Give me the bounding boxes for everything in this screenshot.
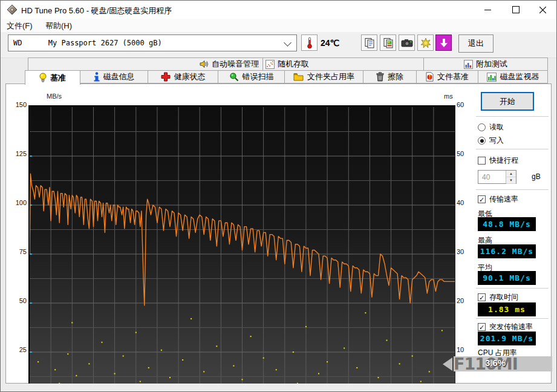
minimize-button[interactable] xyxy=(474,1,501,19)
bulb-icon xyxy=(39,73,47,83)
window-title: HD Tune Pro 5.60 - 硬盘/固态硬盘实用程序 xyxy=(21,5,172,16)
burst-rate-display: 201.9 MB/s xyxy=(478,332,536,345)
spin-down-icon: ▼ xyxy=(506,177,516,184)
tab-folder-usage[interactable]: 文件夹占用率 xyxy=(285,70,363,83)
thermometer-icon xyxy=(307,37,313,49)
checkbox-checked-icon: ✓ xyxy=(478,293,486,301)
y-axis-left-ticks: 150125100755025 xyxy=(7,84,27,384)
cpu-usage-value: 3.6% xyxy=(485,358,506,368)
right-axis-unit: ms xyxy=(444,93,453,100)
scatter-icon xyxy=(265,60,275,69)
speed-icon xyxy=(420,38,431,48)
burst-rate-checkbox[interactable]: ✓ 突发传输速率 xyxy=(478,322,533,332)
close-icon xyxy=(539,7,546,13)
speed-button[interactable] xyxy=(417,34,434,51)
checkbox-checked-icon: ✓ xyxy=(478,195,486,203)
transfer-rate-checkbox[interactable]: ✓ 传输速率 xyxy=(478,194,518,204)
tab-label: 自动噪音管理 xyxy=(212,59,259,70)
spinner-buttons[interactable]: ▲▼ xyxy=(506,171,516,183)
write-radio[interactable]: 写入 xyxy=(478,136,504,146)
read-radio[interactable]: 读取 xyxy=(478,122,504,132)
right-tick-label: 20 xyxy=(457,297,471,304)
menu-file[interactable]: 文件(F) xyxy=(7,21,33,31)
write-radio-label: 写入 xyxy=(489,136,504,146)
exit-button[interactable]: 退出 xyxy=(458,34,493,53)
drive-select-value: WD My Passport 2627 (5000 gB) xyxy=(13,39,162,47)
drive-select[interactable]: WD My Passport 2627 (5000 gB) xyxy=(8,34,297,51)
tab-label: 文件夹占用率 xyxy=(307,71,354,82)
left-tick-label: 75 xyxy=(8,248,27,255)
left-tick-label: 125 xyxy=(8,150,27,157)
close-button[interactable] xyxy=(529,1,556,19)
tab-row-secondary: 自动噪音管理 随机存取 附加测试 xyxy=(28,57,548,70)
hd-tune-window: HD Tune Pro 5.60 - 硬盘/固态硬盘实用程序 文件(F) 帮助(… xyxy=(0,0,557,392)
disk-monitor-icon xyxy=(487,73,497,82)
max-value-display: 116.2 MB/s xyxy=(478,244,536,258)
separator xyxy=(476,149,549,149)
copy-image-button[interactable] xyxy=(380,34,396,51)
tab-label: 随机存取 xyxy=(278,59,309,70)
right-tick-label: 50 xyxy=(457,150,471,157)
tab-label: 文件基准 xyxy=(437,71,469,82)
file-benchmark-icon: ! xyxy=(426,72,434,82)
chevron-down-icon xyxy=(284,39,292,47)
tab-label: 健康状态 xyxy=(174,71,206,82)
left-tick-label: 25 xyxy=(8,346,27,353)
folder-icon xyxy=(293,73,304,81)
app-icon xyxy=(7,4,18,15)
screenshot-button[interactable] xyxy=(399,34,415,51)
tab-health[interactable]: 健康状态 xyxy=(148,70,218,83)
short-stroke-checkbox[interactable]: 快捷行程 xyxy=(478,155,518,166)
tab-row-main: 基准 磁盘信息 健康状态 错误扫描 xyxy=(25,70,548,84)
tab-benchmark[interactable]: 基准 xyxy=(25,70,80,85)
copy-text-button[interactable] xyxy=(361,34,377,51)
tab-label: 附加测试 xyxy=(476,59,507,70)
tab-label: 擦除 xyxy=(388,71,403,82)
short-stroke-value: 40 xyxy=(482,173,490,181)
temperature-button[interactable] xyxy=(301,34,318,51)
min-value-display: 48.8 MB/s xyxy=(478,217,536,231)
menu-help[interactable]: 帮助(H) xyxy=(45,21,72,31)
right-tick-label: 40 xyxy=(457,199,471,206)
title-bar: HD Tune Pro 5.60 - 硬盘/固态硬盘实用程序 xyxy=(1,1,556,19)
left-axis-unit: MB/s xyxy=(47,93,62,100)
toolbar: WD My Passport 2627 (5000 gB) 24℃ xyxy=(1,32,556,58)
save-results-button[interactable] xyxy=(435,34,452,51)
access-time-display: 1.83 ms xyxy=(478,302,536,316)
start-button[interactable]: 开始 xyxy=(481,92,534,111)
checkbox-checked-icon: ✓ xyxy=(478,323,486,331)
window-bottom-margin xyxy=(1,384,556,392)
short-stroke-unit: gB xyxy=(532,172,541,181)
separator xyxy=(476,116,549,117)
tab-random-access[interactable]: 随机存取 xyxy=(263,57,424,70)
tab-disk-info[interactable]: 磁盘信息 xyxy=(80,70,148,83)
access-time-checkbox[interactable]: ✓ 存取时间 xyxy=(478,292,518,302)
trash-icon xyxy=(376,72,384,82)
short-stroke-amount[interactable]: 40 ▲▼ xyxy=(478,170,516,184)
health-cross-icon xyxy=(161,72,171,82)
spin-up-icon: ▲ xyxy=(506,171,516,177)
right-tick-label: 10 xyxy=(457,346,471,353)
tab-file-benchmark[interactable]: ! 文件基准 xyxy=(417,70,478,83)
download-arrow-icon xyxy=(439,38,449,48)
maximize-button[interactable] xyxy=(502,1,529,19)
separator xyxy=(476,189,549,190)
right-tick-label: 60 xyxy=(457,101,471,108)
transfer-rate-label: 传输速率 xyxy=(489,194,518,204)
extra-tests-icon xyxy=(464,60,473,69)
tab-extra-tests[interactable]: 附加测试 xyxy=(424,57,548,70)
tab-error-scan[interactable]: 错误扫描 xyxy=(218,70,285,83)
tab-disk-monitor[interactable]: 磁盘监视器 xyxy=(478,70,548,83)
left-tick-label: 150 xyxy=(8,101,27,108)
separator xyxy=(476,288,549,289)
read-radio-label: 读取 xyxy=(489,122,504,132)
avg-value-display: 90.1 MB/s xyxy=(478,271,536,285)
tab-automatic-acoustic-management[interactable]: 自动噪音管理 xyxy=(28,57,263,70)
tab-label: 磁盘监视器 xyxy=(500,71,539,82)
tab-erase[interactable]: 擦除 xyxy=(363,70,417,83)
access-time-label: 存取时间 xyxy=(489,292,518,302)
magnifier-icon xyxy=(229,72,239,82)
benchmark-panel: MB/s ms 150125100755025 605040302010 开始 … xyxy=(5,83,552,384)
tab-label: 基准 xyxy=(50,73,66,83)
right-tick-label: 30 xyxy=(457,248,471,255)
